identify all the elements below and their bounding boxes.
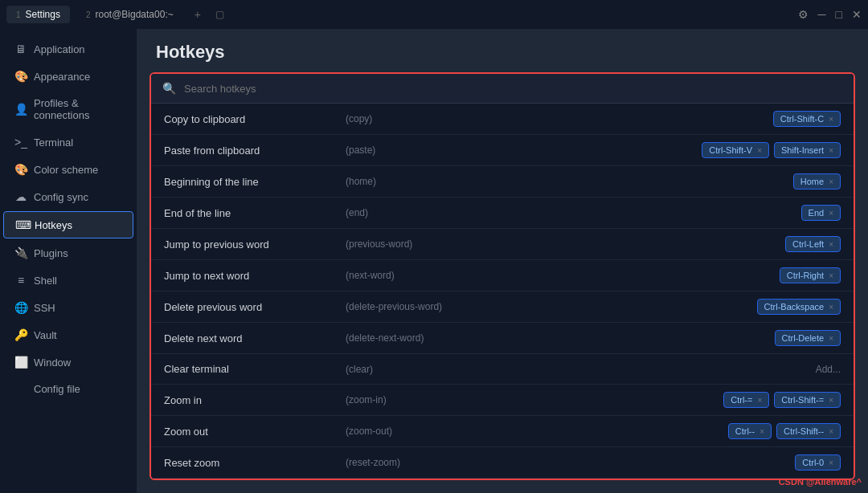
shell-icon: ≡ bbox=[14, 274, 27, 287]
sidebar-label-vault: Vault bbox=[34, 329, 57, 341]
hotkey-id: (end) bbox=[346, 207, 368, 218]
remove-key-button[interactable]: × bbox=[829, 115, 833, 124]
remove-key-button[interactable]: × bbox=[829, 209, 833, 218]
hotkey-list: Copy to clipboard(copy)Ctrl-Shift-C×Past… bbox=[151, 104, 854, 479]
remove-key-button[interactable]: × bbox=[829, 458, 833, 467]
vault-icon: 🔑 bbox=[14, 328, 27, 341]
sidebar-item-profiles[interactable]: 👤Profiles & connections bbox=[3, 91, 133, 128]
minimize-button[interactable]: ─ bbox=[818, 8, 826, 21]
plugins-icon: 🔌 bbox=[14, 246, 27, 259]
hotkey-row: Copy to clipboard(copy)Ctrl-Shift-C× bbox=[151, 104, 854, 135]
sidebar-item-vault[interactable]: 🔑Vault bbox=[3, 322, 133, 348]
page-title: Hotkeys bbox=[137, 29, 868, 72]
hotkey-name: Paste from clipboard bbox=[164, 145, 341, 157]
hotkey-name: Beginning of the line bbox=[164, 176, 341, 188]
terminal-icon: >_ bbox=[14, 136, 27, 149]
remove-key-button[interactable]: × bbox=[829, 240, 833, 249]
hotkey-id: (home) bbox=[346, 176, 376, 187]
sidebar-item-color-scheme[interactable]: 🎨Color scheme bbox=[3, 157, 133, 182]
hotkey-keys: Ctrl-Delete× bbox=[775, 330, 841, 346]
sidebar-item-ssh[interactable]: 🌐SSH bbox=[3, 295, 133, 320]
remove-key-button[interactable]: × bbox=[760, 427, 764, 436]
hotkey-row: Reset zoom(reset-zoom)Ctrl-0× bbox=[151, 447, 854, 479]
sidebar-item-terminal[interactable]: >_Terminal bbox=[3, 129, 133, 155]
remove-key-button[interactable]: × bbox=[829, 146, 833, 155]
hotkey-name: End of the line bbox=[164, 207, 341, 219]
key-label: Ctrl-Left bbox=[792, 239, 824, 249]
tab-settings[interactable]: 1 Settings bbox=[6, 6, 70, 23]
hotkey-id: (next-word) bbox=[346, 270, 395, 281]
key-label: Shift-Insert bbox=[781, 145, 824, 155]
remove-key-button[interactable]: × bbox=[757, 146, 762, 155]
main-layout: 🖥Application🎨Appearance👤Profiles & conne… bbox=[0, 29, 868, 493]
hotkey-row: Jump to previous word(previous-word)Ctrl… bbox=[151, 229, 854, 260]
hotkey-name: Jump to next word bbox=[164, 270, 341, 282]
application-icon: 🖥 bbox=[14, 43, 27, 55]
search-bar: 🔍 bbox=[151, 74, 854, 104]
remove-key-button[interactable]: × bbox=[829, 427, 833, 436]
sidebar-item-config-file[interactable]: Config file bbox=[3, 377, 133, 401]
close-button[interactable]: ✕ bbox=[852, 8, 862, 21]
key-badge: Ctrl-Shift-V× bbox=[702, 142, 769, 158]
sidebar-label-shell: Shell bbox=[34, 275, 57, 287]
hotkey-row: Zoom in(zoom-in)Ctrl-=×Ctrl-Shift-=× bbox=[151, 385, 854, 416]
sidebar-label-hotkeys: Hotkeys bbox=[35, 219, 72, 231]
split-button[interactable]: ▢ bbox=[215, 9, 224, 20]
hotkey-name: Jump to previous word bbox=[164, 238, 341, 251]
sidebar-label-ssh: SSH bbox=[34, 302, 55, 314]
new-tab-button[interactable]: + bbox=[190, 8, 206, 21]
hotkey-name: Reset zoom bbox=[164, 457, 341, 469]
settings-icon[interactable]: ⚙ bbox=[798, 8, 809, 21]
key-badge: Ctrl-Shift-=× bbox=[774, 392, 841, 408]
window-icon: ⬜ bbox=[14, 356, 27, 369]
hotkey-keys: Add... bbox=[816, 364, 841, 375]
sidebar-item-appearance[interactable]: 🎨Appearance bbox=[3, 63, 133, 89]
key-label: Ctrl-Shift-C bbox=[780, 114, 824, 124]
add-key-button[interactable]: Add... bbox=[816, 364, 841, 375]
key-label: Ctrl-Shift-V bbox=[709, 145, 752, 155]
hotkey-keys: Ctrl-Left× bbox=[785, 236, 841, 252]
key-label: Ctrl-0 bbox=[802, 458, 824, 467]
hotkeys-panel: 🔍 Copy to clipboard(copy)Ctrl-Shift-C×Pa… bbox=[149, 72, 855, 480]
hotkey-name: Zoom in bbox=[164, 394, 341, 406]
hotkey-keys: Ctrl-Right× bbox=[780, 267, 841, 283]
sidebar-label-profiles: Profiles & connections bbox=[34, 97, 122, 121]
hotkey-id: (zoom-out) bbox=[346, 426, 392, 437]
tab-terminal[interactable]: 2 root@Bigdata00:~ bbox=[76, 6, 183, 23]
sidebar-item-hotkeys[interactable]: ⌨Hotkeys bbox=[3, 211, 133, 238]
hotkey-keys: Ctrl-Shift-V×Shift-Insert× bbox=[702, 142, 841, 158]
remove-key-button[interactable]: × bbox=[829, 271, 833, 280]
hotkey-row: Delete next word(delete-next-word)Ctrl-D… bbox=[151, 323, 854, 354]
hotkey-name: Zoom out bbox=[164, 426, 341, 438]
sidebar-label-application: Application bbox=[34, 43, 85, 55]
key-label: Ctrl-= bbox=[731, 395, 752, 405]
remove-key-button[interactable]: × bbox=[829, 334, 833, 343]
key-badge: End× bbox=[801, 205, 841, 221]
key-badge: Ctrl-0× bbox=[795, 454, 841, 471]
key-label: Ctrl-Backspace bbox=[764, 302, 825, 312]
hotkey-row: Delete previous word(delete-previous-wor… bbox=[151, 291, 854, 323]
hotkey-row: Jump to next word(next-word)Ctrl-Right× bbox=[151, 260, 854, 291]
remove-key-button[interactable]: × bbox=[829, 177, 833, 186]
remove-key-button[interactable]: × bbox=[829, 303, 833, 312]
sidebar-item-shell[interactable]: ≡Shell bbox=[3, 267, 133, 293]
key-label: Ctrl-- bbox=[735, 426, 755, 436]
tab-terminal-label: root@Bigdata00:~ bbox=[95, 9, 173, 20]
maximize-button[interactable]: □ bbox=[836, 8, 842, 21]
key-badge: Ctrl-Delete× bbox=[775, 330, 841, 346]
sidebar-item-config-sync[interactable]: ☁Config sync bbox=[3, 184, 133, 210]
search-icon: 🔍 bbox=[162, 82, 176, 95]
sidebar-item-window[interactable]: ⬜Window bbox=[3, 349, 133, 375]
hotkey-row: Zoom out(zoom-out)Ctrl--×Ctrl-Shift--× bbox=[151, 416, 854, 447]
sidebar-item-application[interactable]: 🖥Application bbox=[3, 36, 133, 62]
hotkey-name: Delete previous word bbox=[164, 301, 341, 313]
tab-settings-num: 1 bbox=[16, 10, 21, 19]
hotkey-keys: Ctrl--×Ctrl-Shift--× bbox=[728, 423, 841, 439]
hotkey-keys: Ctrl-Backspace× bbox=[757, 299, 841, 315]
search-input[interactable] bbox=[184, 83, 842, 95]
remove-key-button[interactable]: × bbox=[829, 396, 833, 405]
hotkey-id: (clear) bbox=[346, 364, 373, 375]
remove-key-button[interactable]: × bbox=[757, 396, 762, 405]
sidebar-item-plugins[interactable]: 🔌Plugins bbox=[3, 240, 133, 266]
hotkey-row: Clear terminal(clear)Add... bbox=[151, 354, 854, 385]
